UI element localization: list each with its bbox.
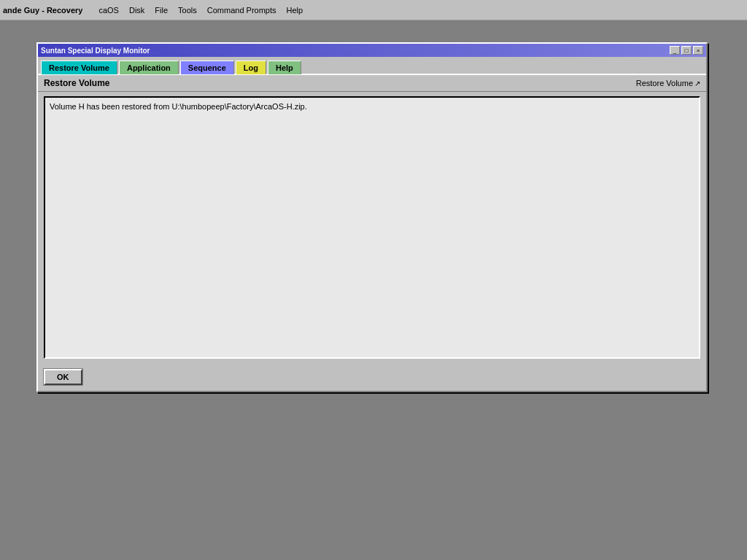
section-action: Restore Volume ↗ [636,79,700,88]
desktop: Suntan Special Display Monitor _ □ × Res… [0,20,747,560]
os-menubar: ande Guy - Recovery caOS Disk File Tools… [0,0,747,20]
maximize-button[interactable]: □ [681,46,692,55]
app-window: Suntan Special Display Monitor _ □ × Res… [36,42,708,392]
window-content: Restore Volume Restore Volume ↗ Volume H… [38,74,706,391]
tab-restore-volume[interactable]: Restore Volume [41,61,117,74]
menu-caos[interactable]: caOS [94,4,123,16]
output-text: Volume H has been restored from U:\humbo… [50,102,307,111]
section-header: Restore Volume Restore Volume ↗ [38,75,706,92]
tab-help[interactable]: Help [268,61,301,74]
tab-application[interactable]: Application [119,61,179,74]
menu-tools[interactable]: Tools [174,4,201,16]
button-area: OK [38,363,706,391]
window-titlebar: Suntan Special Display Monitor _ □ × [38,44,706,57]
output-area: Volume H has been restored from U:\humbo… [44,96,700,359]
tab-log[interactable]: Log [236,61,266,74]
window-controls: _ □ × [670,46,703,55]
menu-help[interactable]: Help [282,4,308,16]
section-action-label: Restore Volume [636,79,693,88]
ok-button[interactable]: OK [44,369,82,385]
menu-file[interactable]: File [150,4,172,16]
menu-disk[interactable]: Disk [125,4,149,16]
tab-sequence[interactable]: Sequence [180,61,234,74]
os-title: ande Guy - Recovery [3,6,82,15]
restore-volume-icon: ↗ [694,79,700,88]
section-title: Restore Volume [44,78,109,88]
close-button[interactable]: × [693,46,703,55]
os-menu-items: caOS Disk File Tools Command Prompts Hel… [94,4,307,16]
tab-bar: Restore Volume Application Sequence Log … [38,57,706,74]
menu-command-prompts[interactable]: Command Prompts [203,4,281,16]
minimize-button[interactable]: _ [670,46,680,55]
window-title: Suntan Special Display Monitor [41,47,150,55]
